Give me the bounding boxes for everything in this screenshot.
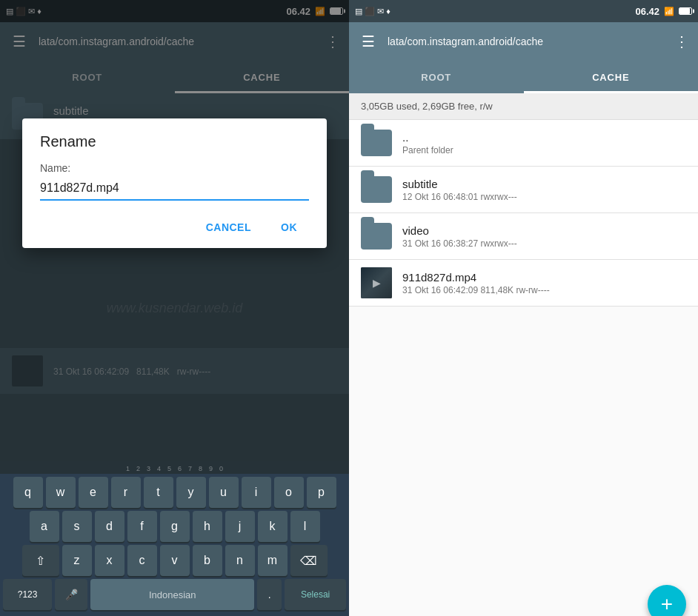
right-status-bar: ▤ ⬛ ✉ ♦ 06.42 📶: [349, 0, 698, 22]
right-toolbar: ☰ lata/com.instagram.android/cache ⋮: [349, 22, 698, 61]
video-folder-name: video: [402, 224, 686, 237]
mp4-file-info: 911d827d.mp4 31 Okt 16 06:42:09 811,48K …: [402, 271, 686, 295]
num-hint-9: 9: [207, 463, 215, 474]
key-j[interactable]: j: [225, 511, 255, 542]
parent-file-info: .. Parent folder: [402, 131, 686, 155]
num-hint-0: 0: [217, 463, 225, 474]
key-i[interactable]: i: [242, 477, 271, 508]
right-file-list: 3,05GB used, 2,69GB free, r/w .. Parent …: [349, 93, 698, 616]
right-tabs: ROOT CACHE: [349, 61, 698, 93]
keyboard-row-3: ⇧ z x c v b n m ⌫: [0, 542, 349, 576]
dialog-title: Rename: [40, 133, 309, 150]
key-y[interactable]: y: [176, 477, 206, 508]
parent-name: ..: [402, 131, 686, 144]
right-tab-cache[interactable]: CACHE: [524, 61, 699, 93]
keyboard-bottom-row: ?123 🎤 Indonesian . Selesai: [0, 576, 349, 616]
subtitle-name: subtitle: [402, 178, 686, 190]
storage-info: 3,05GB used, 2,69GB free, r/w: [349, 93, 698, 120]
rename-input[interactable]: [40, 178, 309, 201]
key-o[interactable]: o: [274, 477, 304, 508]
done-key[interactable]: Selesai: [285, 579, 346, 610]
num-hint-8: 8: [196, 463, 205, 474]
num-hint-6: 6: [176, 463, 184, 474]
right-panel: ▤ ⬛ ✉ ♦ 06.42 📶 ☰ lata/com.instagram.and…: [349, 0, 698, 616]
key-s[interactable]: s: [62, 511, 92, 542]
keyboard-row-1: q w e r t y u i o p: [0, 474, 349, 508]
key-w[interactable]: w: [46, 477, 76, 508]
num-hint-5: 5: [165, 463, 173, 474]
num-hint-2: 2: [134, 463, 142, 474]
video-folder-icon: [361, 221, 392, 252]
key-k[interactable]: k: [258, 511, 287, 542]
right-hamburger-icon[interactable]: ☰: [358, 33, 379, 50]
rename-dialog: Rename Name: CANCEL OK: [22, 118, 327, 248]
key-c[interactable]: c: [127, 545, 157, 576]
num-hint-1: 1: [124, 463, 132, 474]
key-h[interactable]: h: [193, 511, 222, 542]
key-a[interactable]: a: [30, 511, 59, 542]
right-tab-root[interactable]: ROOT: [349, 61, 524, 93]
parent-meta: Parent folder: [402, 145, 686, 155]
dialog-buttons: CANCEL OK: [40, 215, 309, 239]
key-d[interactable]: d: [95, 511, 124, 542]
key-t[interactable]: t: [144, 477, 173, 508]
video-folder-meta: 31 Okt 16 06:38:27 rwxrwx---: [402, 238, 686, 249]
mp4-name: 911d827d.mp4: [402, 271, 686, 284]
parent-folder-icon: [361, 127, 392, 158]
right-battery-icon: [679, 7, 692, 15]
keyboard[interactable]: 1 2 3 4 5 6 7 8 9 0 q w e r t y u i o p …: [0, 461, 349, 616]
key-l[interactable]: l: [290, 511, 320, 542]
num-hint-7: 7: [186, 463, 194, 474]
video-folder-info: video 31 Okt 16 06:38:27 rwxrwx---: [402, 224, 686, 249]
mp4-thumbnail: ▶: [361, 267, 392, 298]
key-x[interactable]: x: [95, 545, 124, 576]
video-thumb-inner: ▶: [361, 267, 392, 298]
file-item-subtitle[interactable]: subtitle 12 Okt 16 06:48:01 rwxrwx---: [349, 167, 698, 213]
file-item-video-folder[interactable]: video 31 Okt 16 06:38:27 rwxrwx---: [349, 213, 698, 260]
keyboard-row-2: a s d f g h j k l: [0, 508, 349, 542]
key-b[interactable]: b: [193, 545, 222, 576]
play-icon: ▶: [373, 277, 381, 289]
cancel-button[interactable]: CANCEL: [194, 215, 263, 239]
key-v[interactable]: v: [160, 545, 190, 576]
subtitle-folder-icon: [361, 174, 392, 205]
subtitle-meta: 12 Okt 16 06:48:01 rwxrwx---: [402, 192, 686, 202]
num-hint-3: 3: [144, 463, 153, 474]
key-r[interactable]: r: [111, 477, 141, 508]
sym-key[interactable]: ?123: [3, 579, 52, 610]
key-n[interactable]: n: [225, 545, 255, 576]
key-u[interactable]: u: [209, 477, 239, 508]
right-time: 06.42: [635, 6, 659, 17]
file-item-parent[interactable]: .. Parent folder: [349, 120, 698, 167]
dialog-name-label: Name:: [40, 162, 309, 174]
right-status-icons: ▤ ⬛ ✉ ♦: [355, 7, 390, 16]
mp4-meta: 31 Okt 16 06:42:09 811,48K rw-rw----: [402, 285, 686, 295]
key-m[interactable]: m: [258, 545, 287, 576]
left-panel: ▤ ⬛ ✉ ♦ 06.42 📶 ☰ lata/com.instagram.and…: [0, 0, 349, 616]
space-key[interactable]: Indonesian: [90, 579, 254, 610]
right-more-icon[interactable]: ⋮: [674, 33, 689, 50]
right-toolbar-path: lata/com.instagram.android/cache: [388, 36, 665, 47]
key-f[interactable]: f: [127, 511, 157, 542]
key-z[interactable]: z: [62, 545, 92, 576]
right-notification-icons: ▤ ⬛ ✉ ♦: [355, 7, 390, 16]
ok-button[interactable]: OK: [269, 215, 309, 239]
dot-key[interactable]: .: [257, 579, 282, 610]
file-item-mp4[interactable]: ▶ 911d827d.mp4 31 Okt 16 06:42:09 811,48…: [349, 260, 698, 307]
key-g[interactable]: g: [160, 511, 190, 542]
num-hint-4: 4: [155, 463, 163, 474]
right-signal-icon: 📶: [664, 7, 674, 16]
key-p[interactable]: p: [307, 477, 336, 508]
key-e[interactable]: e: [79, 477, 108, 508]
mic-key[interactable]: 🎤: [55, 579, 87, 610]
shift-key[interactable]: ⇧: [22, 545, 59, 576]
subtitle-file-info: subtitle 12 Okt 16 06:48:01 rwxrwx---: [402, 178, 686, 202]
delete-key[interactable]: ⌫: [290, 545, 328, 576]
key-q[interactable]: q: [13, 477, 43, 508]
